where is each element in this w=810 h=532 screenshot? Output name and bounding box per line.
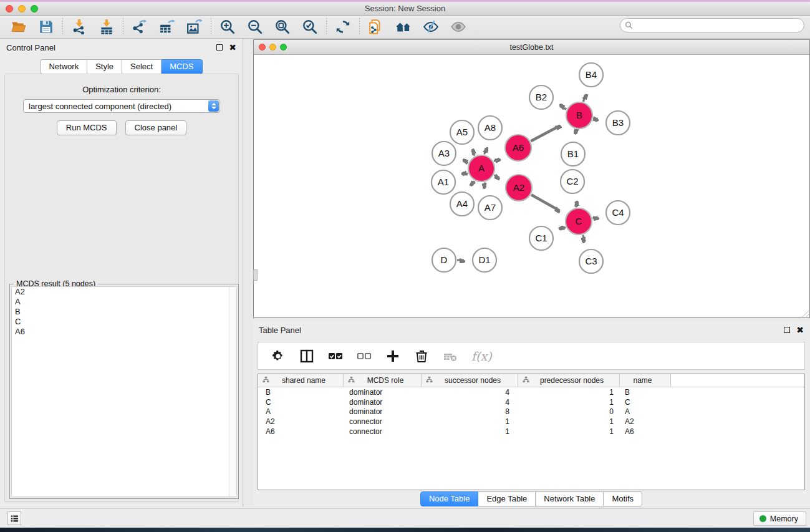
result-scrollbar[interactable] xyxy=(229,287,236,496)
edge-A2-C[interactable] xyxy=(531,195,559,211)
edge-C-C1[interactable] xyxy=(560,227,566,230)
edge-A-A5[interactable] xyxy=(472,150,475,156)
minimize-window-button[interactable] xyxy=(18,5,26,12)
column-manager-icon[interactable] xyxy=(299,349,314,364)
graph-node-B2[interactable]: B2 xyxy=(529,85,553,109)
search-input[interactable] xyxy=(633,21,804,30)
table-tab-motifs[interactable]: Motifs xyxy=(604,491,642,506)
table-row[interactable]: Cdominator41C xyxy=(258,397,804,407)
float-table-panel-icon[interactable] xyxy=(784,327,790,333)
edge-B-B4[interactable] xyxy=(583,95,585,102)
edge-A6-B[interactable] xyxy=(531,125,560,141)
column-header-shared-name[interactable]: shared name xyxy=(258,374,344,387)
tab-mcds[interactable]: MCDS xyxy=(162,59,202,74)
memory-button[interactable]: Memory xyxy=(753,511,806,526)
table-tab-network-table[interactable]: Network Table xyxy=(536,491,604,506)
criterion-select[interactable]: largest connected component (directed) xyxy=(23,99,220,113)
graph-node-A4[interactable]: A4 xyxy=(450,192,474,216)
search-field[interactable] xyxy=(620,18,804,32)
network-close-button[interactable] xyxy=(259,44,266,51)
result-list-item[interactable]: A xyxy=(12,297,236,307)
import-table-icon[interactable] xyxy=(98,18,115,36)
result-list-item[interactable]: A2 xyxy=(12,287,236,297)
panel-divider-handle[interactable] xyxy=(253,269,258,281)
tab-style[interactable]: Style xyxy=(87,59,122,74)
table-row[interactable]: A2connector11A2 xyxy=(258,417,804,427)
column-header-MCDS-role[interactable]: MCDS role xyxy=(344,374,422,387)
edge-B-B3[interactable] xyxy=(594,118,598,118)
zoom-fit-icon[interactable] xyxy=(274,18,291,36)
column-header-predecessor-nodes[interactable]: predecessor nodes xyxy=(518,374,620,387)
edge-C-C2[interactable] xyxy=(576,202,576,208)
graph-node-C4[interactable]: C4 xyxy=(606,201,630,225)
import-network-icon[interactable] xyxy=(70,18,88,36)
zoom-in-icon[interactable] xyxy=(219,18,236,36)
edge-A-A2[interactable] xyxy=(494,175,499,178)
graph-node-C3[interactable]: C3 xyxy=(579,249,603,273)
graph-node-B4[interactable]: B4 xyxy=(579,63,603,87)
table-tab-node-table[interactable]: Node Table xyxy=(420,491,479,506)
graph-node-A7[interactable]: A7 xyxy=(478,196,502,220)
show-all-icon[interactable] xyxy=(450,18,467,36)
graph-node-D1[interactable]: D1 xyxy=(473,248,496,272)
graph-node-A5[interactable]: A5 xyxy=(450,120,474,144)
graph-node-A1[interactable]: A1 xyxy=(432,170,455,194)
table-settings-icon[interactable] xyxy=(271,349,286,364)
close-panel-button[interactable]: Close panel xyxy=(125,120,187,135)
close-panel-icon[interactable]: ✖ xyxy=(229,44,236,51)
graph-node-B3[interactable]: B3 xyxy=(606,111,630,135)
edge-A-A8[interactable] xyxy=(485,148,486,154)
edge-A-A3[interactable] xyxy=(463,161,468,163)
maximize-window-button[interactable] xyxy=(31,5,38,12)
graph-node-C2[interactable]: C2 xyxy=(561,170,584,193)
hide-selected-icon[interactable] xyxy=(422,18,440,36)
network-canvas[interactable]: B4B2BB3B1A5A8A6A3AA1A4A7A2C2CC4C1C3DD1 xyxy=(254,55,809,317)
tab-network[interactable]: Network xyxy=(40,59,87,74)
table-row[interactable]: Adominator80A xyxy=(258,407,804,417)
deselect-all-icon[interactable] xyxy=(357,349,372,364)
edge-B-B1[interactable] xyxy=(576,130,577,134)
edge-B-B2[interactable] xyxy=(560,106,566,109)
edge-C-C4[interactable] xyxy=(592,217,597,218)
close-table-panel-icon[interactable]: ✖ xyxy=(796,327,804,333)
tab-select[interactable]: Select xyxy=(122,59,162,74)
delete-column-icon[interactable] xyxy=(414,349,429,364)
network-minimize-button[interactable] xyxy=(269,44,276,51)
select-all-icon[interactable] xyxy=(328,349,343,364)
graph-node-A6[interactable]: A6 xyxy=(505,135,531,161)
zoom-selected-icon[interactable] xyxy=(301,18,319,36)
delete-table-icon[interactable] xyxy=(443,349,458,364)
graph-node-C1[interactable]: C1 xyxy=(529,226,553,250)
edge-A-A4[interactable] xyxy=(472,181,475,186)
graph-node-D[interactable]: D xyxy=(432,248,456,272)
refresh-icon[interactable] xyxy=(334,18,352,36)
create-column-icon[interactable] xyxy=(385,349,400,364)
edge-A-A7[interactable] xyxy=(485,182,486,187)
column-header-name[interactable]: name xyxy=(620,374,671,387)
result-list-item[interactable]: B xyxy=(12,307,236,317)
export-table-icon[interactable] xyxy=(158,18,176,36)
network-maximize-button[interactable] xyxy=(280,44,287,51)
edge-A-A1[interactable] xyxy=(463,173,468,175)
column-header-successor-nodes[interactable]: successor nodes xyxy=(422,374,518,387)
mcds-result-list[interactable]: A2ABCA6 xyxy=(11,286,237,497)
table-row[interactable]: A6connector11A6 xyxy=(258,427,804,437)
close-window-button[interactable] xyxy=(6,5,13,12)
edge-C-C3[interactable] xyxy=(583,235,585,242)
float-panel-icon[interactable] xyxy=(216,44,223,51)
export-network-icon[interactable] xyxy=(131,18,148,36)
graph-node-A[interactable]: A xyxy=(468,155,494,181)
graph-node-A3[interactable]: A3 xyxy=(432,142,456,165)
table-tab-edge-table[interactable]: Edge Table xyxy=(478,491,536,506)
table-row[interactable]: Bdominator41B xyxy=(258,387,804,397)
zoom-out-icon[interactable] xyxy=(246,18,264,36)
graph-node-C[interactable]: C xyxy=(566,208,592,235)
task-history-button[interactable] xyxy=(7,511,21,525)
graph-node-B[interactable]: B xyxy=(566,102,592,128)
home-icon[interactable] xyxy=(395,18,412,36)
function-builder-icon[interactable]: f(x) xyxy=(471,349,492,363)
edge-A-A6[interactable] xyxy=(494,158,499,162)
graph-node-B1[interactable]: B1 xyxy=(561,142,585,166)
result-list-item[interactable]: A6 xyxy=(12,327,236,337)
result-list-item[interactable]: C xyxy=(12,317,236,327)
